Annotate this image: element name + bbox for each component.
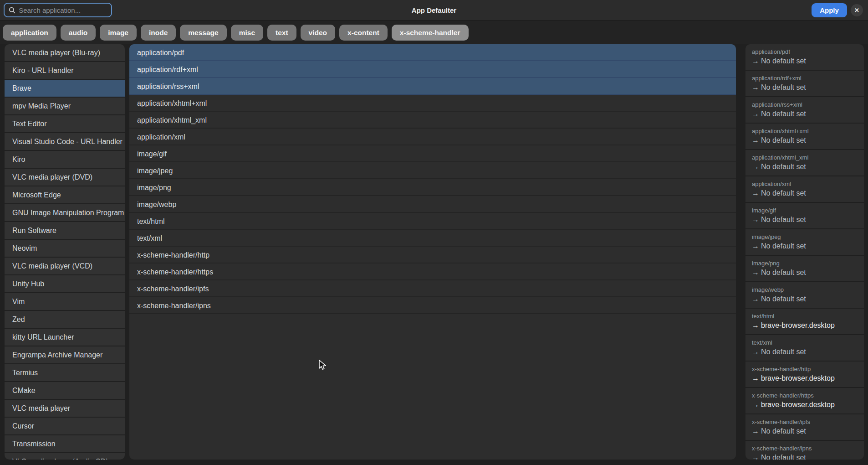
mime-type-list-item[interactable]: application/xhtml+xml (129, 95, 736, 112)
application-list-item[interactable]: Engrampa Archive Manager (5, 346, 125, 363)
top-bar: App Defaulter Apply ✕ (0, 0, 868, 21)
default-assignment-card: image/jpeg →No default set (745, 229, 864, 256)
mime-type-list-item[interactable]: x-scheme-handler/ipns (129, 297, 736, 314)
default-mime-label: application/pdf (752, 48, 858, 55)
default-value: →No default set (752, 454, 858, 460)
application-list-item[interactable]: Text Editor (5, 115, 125, 132)
default-value-text: No default set (761, 110, 806, 118)
category-chip[interactable]: message (180, 25, 226, 41)
application-list-item[interactable]: Kiro - URL Handler (5, 62, 125, 79)
category-chip[interactable]: video (301, 25, 335, 41)
application-list-item[interactable]: Vim (5, 293, 125, 310)
default-value-text: No default set (761, 83, 806, 91)
application-list-item[interactable]: VLC media player (Blu-ray) (5, 44, 125, 61)
default-value-text: No default set (761, 242, 806, 250)
mime-type-list-item[interactable]: x-scheme-handler/http (129, 247, 736, 264)
application-list-item[interactable]: GNU Image Manipulation Program (5, 204, 125, 221)
default-mime-label: text/html (752, 313, 858, 320)
application-list-item[interactable]: mpv Media Player (5, 98, 125, 114)
default-value-text: brave-browser.desktop (761, 374, 835, 382)
category-chip[interactable]: image (100, 25, 137, 41)
arrow-icon: → (752, 136, 759, 144)
default-assignment-card: application/rss+xml →No default set (745, 97, 864, 124)
category-chip[interactable]: x-scheme-handler (392, 25, 469, 41)
application-list-item[interactable]: Run Software (5, 222, 125, 239)
mime-type-list-item[interactable]: image/jpeg (129, 162, 736, 179)
default-assignment-card: text/html →brave-browser.desktop (745, 309, 864, 335)
arrow-icon: → (752, 321, 759, 329)
default-value: →No default set (752, 348, 858, 356)
mime-type-list-item[interactable]: text/html (129, 213, 736, 230)
close-button[interactable]: ✕ (851, 4, 863, 16)
default-value: →No default set (752, 57, 858, 65)
application-list-item[interactable]: Kiro (5, 151, 125, 168)
default-value: →No default set (752, 136, 858, 145)
application-list-item[interactable]: Transmission (5, 435, 125, 452)
default-value-text: No default set (761, 216, 806, 223)
application-list-item[interactable]: VLC media player (5, 400, 125, 417)
application-list-item[interactable]: Unity Hub (5, 275, 125, 292)
category-chip[interactable]: inode (141, 25, 176, 41)
application-list-item[interactable]: Zed (5, 311, 125, 328)
application-list-item[interactable]: VLC media player (Audio CD) (5, 453, 125, 460)
mime-types-list: application/pdf application/rdf+xml appl… (129, 44, 736, 460)
default-value: →No default set (752, 216, 858, 224)
default-mime-label: x-scheme-handler/ipfs (752, 418, 858, 425)
close-icon: ✕ (854, 7, 859, 14)
mime-type-list-item[interactable]: application/xml (129, 129, 736, 145)
mime-type-list-item[interactable]: image/webp (129, 196, 736, 213)
default-assignment-card: application/xhtml+xml →No default set (745, 124, 864, 150)
application-list-item[interactable]: kitty URL Launcher (5, 329, 125, 346)
default-mime-label: text/xml (752, 339, 858, 346)
default-value-text: No default set (761, 348, 806, 356)
application-list-item[interactable]: Termius (5, 364, 125, 381)
arrow-icon: → (752, 83, 759, 91)
application-list-item[interactable]: Visual Studio Code - URL Handler (5, 133, 125, 150)
default-value-text: No default set (761, 295, 806, 303)
default-value: →No default set (752, 427, 858, 435)
mime-type-list-item[interactable]: x-scheme-handler/https (129, 264, 736, 280)
default-assignment-card: x-scheme-handler/ipns →No default set (745, 441, 864, 460)
default-value-text: No default set (761, 269, 806, 276)
default-value: →No default set (752, 242, 858, 250)
arrow-icon: → (752, 57, 759, 65)
category-chip[interactable]: misc (231, 25, 263, 41)
mime-type-list-item[interactable]: application/xhtml_xml (129, 112, 736, 129)
application-list-item[interactable]: Cursor (5, 418, 125, 434)
default-assignment-card: application/xhtml_xml →No default set (745, 150, 864, 176)
application-list-item[interactable]: Brave (5, 80, 125, 97)
arrow-icon: → (752, 269, 759, 276)
default-mime-label: application/xhtml_xml (752, 154, 858, 161)
category-chip[interactable]: application (3, 25, 56, 41)
application-list-item[interactable]: Neovim (5, 240, 125, 257)
mime-type-list-item[interactable]: image/gif (129, 145, 736, 162)
application-list-item[interactable]: VLC media player (VCD) (5, 258, 125, 274)
default-mime-label: application/xhtml+xml (752, 128, 858, 134)
mime-type-list-item[interactable]: text/xml (129, 230, 736, 247)
application-list-item[interactable]: VLC media player (DVD) (5, 169, 125, 186)
category-chip[interactable]: audio (61, 25, 96, 41)
mime-type-list-item[interactable]: application/rdf+xml (129, 61, 736, 78)
mime-type-list-item[interactable]: image/png (129, 179, 736, 196)
application-list-item[interactable]: Microsoft Edge (5, 186, 125, 203)
category-filter-bar: application audio image inode message mi… (0, 21, 868, 44)
defaults-list: application/pdf →No default set applicat… (745, 44, 864, 460)
mime-type-list-item[interactable]: application/pdf (129, 44, 736, 61)
default-assignment-card: application/pdf →No default set (745, 44, 864, 71)
default-value-text: No default set (761, 427, 806, 435)
category-chip[interactable]: x-content (339, 25, 388, 41)
default-mime-label: application/xml (752, 181, 858, 187)
arrow-icon: → (752, 242, 759, 250)
application-list-item[interactable]: CMake (5, 382, 125, 399)
default-value-text: No default set (761, 454, 806, 460)
default-value: →No default set (752, 83, 858, 92)
default-value: →No default set (752, 269, 858, 277)
arrow-icon: → (752, 348, 759, 356)
arrow-icon: → (752, 374, 759, 382)
mime-type-list-item[interactable]: x-scheme-handler/ipfs (129, 280, 736, 297)
category-chip[interactable]: text (267, 25, 296, 41)
mime-type-list-item[interactable]: application/rss+xml (129, 78, 736, 95)
apply-button[interactable]: Apply (812, 3, 847, 17)
arrow-icon: → (752, 295, 759, 303)
default-mime-label: application/rss+xml (752, 101, 858, 108)
